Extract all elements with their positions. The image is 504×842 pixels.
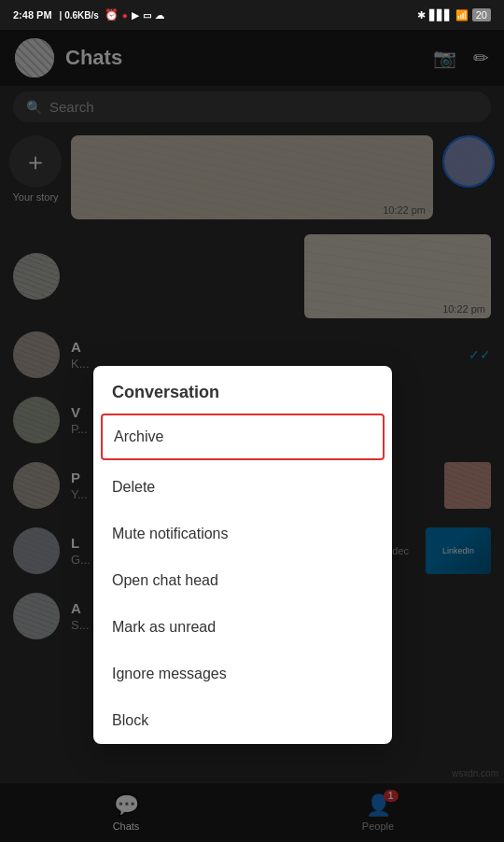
alarm-icon: ⏰	[105, 8, 119, 21]
block-label: Block	[112, 712, 148, 729]
battery-indicator: 20	[472, 8, 491, 21]
menu-item-ignore[interactable]: Ignore messages	[93, 651, 392, 697]
status-bar: 2:48 PM | 0.6KB/s ⏰ ● ▶ ▭ ☁ ✱ ▋▋▋ 📶 20	[0, 0, 504, 30]
context-menu-title: Conversation	[93, 366, 392, 414]
menu-item-delete[interactable]: Delete	[93, 464, 392, 511]
screen-icon: ▭	[143, 10, 151, 21]
network-text: | 0.6KB/s	[60, 10, 99, 21]
context-menu: Conversation Archive Delete Mute notific…	[93, 366, 392, 744]
time-text: 2:48 PM	[13, 9, 52, 21]
battery-level: 20	[476, 9, 487, 21]
menu-item-archive[interactable]: Archive	[101, 414, 385, 460]
ignore-label: Ignore messages	[112, 666, 227, 682]
status-right-icons: ✱ ▋▋▋ 📶 20	[417, 8, 491, 21]
chat-head-label: Open chat head	[112, 572, 218, 589]
status-time: 2:48 PM | 0.6KB/s ⏰ ● ▶ ▭ ☁	[13, 8, 164, 21]
bluetooth-icon: ✱	[417, 9, 426, 21]
video-icon: ▶	[132, 10, 139, 21]
signal-icon: ▋▋▋	[429, 9, 452, 21]
wifi-icon: 📶	[455, 9, 469, 21]
delete-label: Delete	[112, 479, 155, 496]
menu-item-chat-head[interactable]: Open chat head	[93, 557, 392, 604]
mark-unread-label: Mark as unread	[112, 619, 216, 636]
archive-label: Archive	[114, 428, 163, 445]
chat-background: Chats 📷 ✏ 🔍 Search ＋ Your story 10:22 pm	[0, 30, 504, 842]
menu-item-mark-unread[interactable]: Mark as unread	[93, 604, 392, 651]
messenger-icon: ☁	[155, 10, 164, 21]
record-icon: ●	[122, 10, 128, 21]
mute-label: Mute notifications	[112, 526, 229, 542]
menu-item-block[interactable]: Block	[93, 697, 392, 744]
menu-item-mute[interactable]: Mute notifications	[93, 511, 392, 557]
